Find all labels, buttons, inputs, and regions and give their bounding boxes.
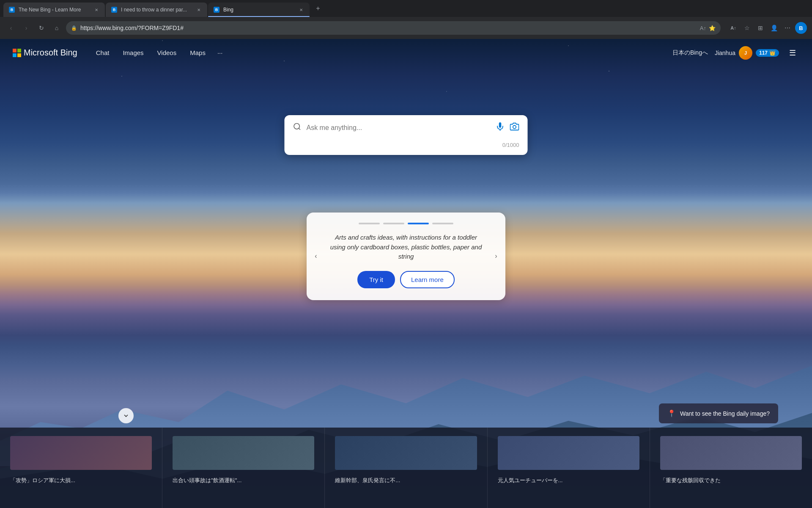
nav-more[interactable]: ···	[213, 46, 227, 60]
bing-favicon-1: B	[9, 7, 15, 13]
new-tab-button[interactable]: +	[312, 3, 324, 14]
tab-1-favicon: B	[8, 6, 15, 13]
profile-icon: 👤	[771, 25, 778, 31]
prev-chevron-icon: ‹	[315, 252, 317, 260]
address-bar[interactable]: 🔒 https://www.bing.com/?FORM=Z9FD1# A↑ ⭐	[66, 21, 721, 35]
bing-favicon-3: B	[214, 7, 219, 13]
avatar-initials: J	[744, 50, 747, 55]
dot-1[interactable]	[359, 223, 380, 224]
dot-2[interactable]	[383, 223, 404, 224]
lock-icon: 🔒	[71, 25, 77, 31]
translate-icon: A↑	[730, 25, 736, 30]
bing-header: Microsoft Bing Chat Images Videos Maps ·…	[0, 39, 812, 66]
profile-button[interactable]: 👤	[768, 22, 780, 34]
news-image-3	[335, 436, 477, 470]
active-tab-indicator	[208, 16, 310, 17]
news-title-2: 出合い頭事故は"飲酒運転"...	[173, 477, 314, 484]
news-item-1[interactable]: 「攻勢」ロシア軍に大損...	[0, 428, 162, 508]
bing-b-icon: B	[799, 25, 803, 31]
bing-daily-notification[interactable]: 📍 Want to see the Bing daily image?	[659, 403, 778, 423]
extensions-icon[interactable]: ⭐	[709, 25, 716, 31]
carousel-next[interactable]: ›	[490, 250, 502, 262]
favorites-button[interactable]: ☆	[741, 22, 753, 34]
tab-3-title: Bing	[223, 7, 294, 13]
collections-icon: ⊞	[758, 25, 763, 31]
bing-nav: Chat Images Videos Maps ···	[90, 46, 227, 60]
user-points-badge[interactable]: 117 👑	[756, 49, 779, 57]
search-input[interactable]	[307, 124, 491, 132]
try-it-button[interactable]: Try it	[357, 271, 395, 288]
search-icon	[293, 122, 302, 133]
news-title-4: 元人気ユーチューバーを...	[498, 477, 639, 484]
back-button[interactable]: ‹	[5, 22, 17, 34]
read-aloud-icon[interactable]: A↑	[700, 25, 706, 31]
user-name: Jianhua	[715, 50, 735, 56]
news-item-4[interactable]: 元人気ユーチューバーを...	[488, 428, 650, 508]
address-bar-icons: A↑ ⭐	[700, 25, 716, 31]
mic-icon[interactable]	[496, 122, 505, 133]
microsoft-logo	[13, 49, 21, 57]
tab-1[interactable]: B The New Bing - Learn More ✕	[3, 3, 105, 17]
learn-more-button[interactable]: Learn more	[400, 271, 455, 288]
hamburger-icon: ☰	[789, 48, 796, 58]
bing-copilot-button[interactable]: B	[795, 22, 807, 34]
nav-chat[interactable]: Chat	[90, 46, 115, 60]
tab-1-close[interactable]: ✕	[93, 6, 100, 13]
main-content: Microsoft Bing Chat Images Videos Maps ·…	[0, 39, 812, 508]
news-image-1	[10, 436, 152, 470]
carousel-prev[interactable]: ‹	[310, 250, 322, 262]
nav-images[interactable]: Images	[117, 46, 149, 60]
translate-button[interactable]: A↑	[727, 22, 739, 34]
hamburger-menu[interactable]: ☰	[786, 46, 799, 60]
search-input-row	[293, 122, 519, 133]
nav-videos[interactable]: Videos	[151, 46, 183, 60]
tab-2-close[interactable]: ✕	[195, 6, 202, 13]
user-avatar[interactable]: J	[739, 46, 752, 60]
scroll-down-button[interactable]	[118, 408, 134, 423]
bing-favicon-2: B	[111, 7, 117, 13]
search-container: 0/1000	[285, 115, 528, 155]
tab-2-title: I need to throw a dinner par...	[121, 7, 192, 13]
news-item-3[interactable]: 維新幹部、泉氏発言に不...	[325, 428, 487, 508]
bing-header-right: 日本のBingへ Jianhua J 117 👑 ☰	[672, 46, 799, 60]
suggestion-text: Arts and crafts ideas, with instructions…	[319, 233, 493, 262]
svg-point-2	[513, 125, 516, 128]
forward-button[interactable]: ›	[20, 22, 32, 34]
url-text: https://www.bing.com/?FORM=Z9FD1#	[80, 25, 697, 31]
collections-button[interactable]: ⊞	[754, 22, 766, 34]
news-item-2[interactable]: 出合い頭事故は"飲酒運転"...	[162, 428, 325, 508]
favorites-icon: ☆	[744, 25, 750, 31]
next-chevron-icon: ›	[495, 252, 497, 260]
ms-square-yellow	[17, 53, 21, 57]
ms-square-red	[13, 49, 16, 52]
tab-2[interactable]: B I need to throw a dinner par... ✕	[106, 3, 207, 17]
news-title-5: 「重要な残骸回収できた	[660, 477, 802, 484]
svg-point-0	[294, 124, 299, 129]
toolbar-icons: A↑ ☆ ⊞ 👤 ⋯ B	[727, 22, 807, 34]
tab-3[interactable]: B Bing ✕	[208, 3, 310, 17]
japan-link[interactable]: 日本のBingへ	[672, 49, 708, 57]
carousel-dots	[319, 223, 493, 224]
news-image-5	[660, 436, 802, 470]
camera-icon[interactable]	[510, 122, 519, 133]
news-ticker: 「攻勢」ロシア軍に大損... 出合い頭事故は"飲酒運転"... 維新幹部、泉氏発…	[0, 428, 812, 508]
chrome-frame: B The New Bing - Learn More ✕ B I need t…	[0, 0, 812, 508]
location-pin-icon: 📍	[667, 409, 676, 417]
tab-3-close[interactable]: ✕	[298, 6, 304, 13]
home-button[interactable]: ⌂	[51, 22, 63, 34]
more-tools-button[interactable]: ⋯	[782, 22, 793, 34]
points-value: 117	[759, 50, 768, 56]
tab-2-favicon: B	[111, 6, 118, 13]
news-item-5[interactable]: 「重要な残骸回収できた	[650, 428, 812, 508]
refresh-button[interactable]: ↻	[36, 22, 47, 34]
news-image-2	[173, 436, 314, 470]
more-icon: ⋯	[785, 25, 790, 31]
bing-logo[interactable]: Microsoft Bing	[13, 48, 77, 58]
crown-icon: 👑	[769, 50, 776, 56]
tab-1-title: The New Bing - Learn More	[19, 7, 90, 13]
news-image-4	[498, 436, 639, 470]
nav-maps[interactable]: Maps	[184, 46, 211, 60]
dot-4[interactable]	[432, 223, 453, 224]
search-counter: 0/1000	[293, 138, 519, 148]
dot-3-active[interactable]	[408, 223, 429, 224]
